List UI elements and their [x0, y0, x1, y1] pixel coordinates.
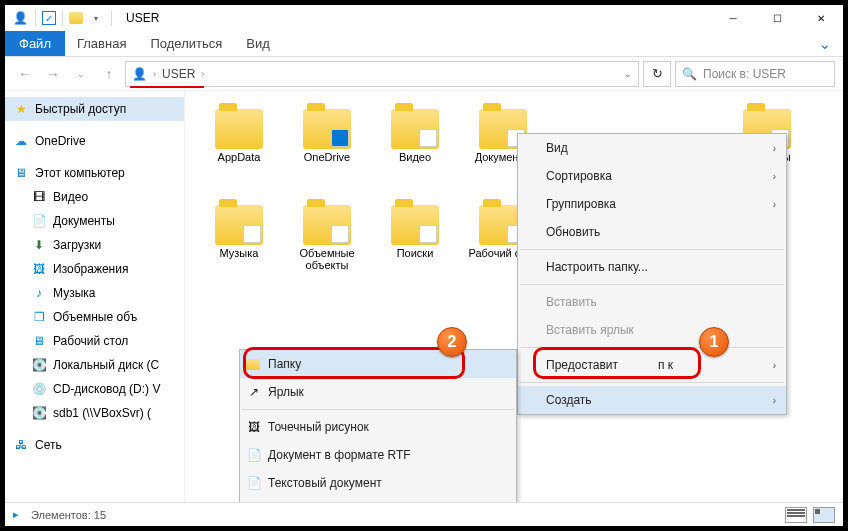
menu-sort[interactable]: Сортировка› [518, 162, 786, 190]
sidebar-item[interactable]: 📄Документы [5, 209, 184, 233]
user-icon: 👤 [132, 67, 147, 81]
sidebar-item[interactable]: ❒Объемные объ [5, 305, 184, 329]
search-placeholder: Поиск в: USER [703, 67, 786, 81]
checkbox-icon[interactable]: ✓ [42, 11, 56, 25]
annotation-highlight-1 [533, 347, 701, 379]
menu-new-txt[interactable]: 📄Текстовый документ [240, 469, 516, 497]
back-button[interactable]: ← [13, 62, 37, 86]
monitor-icon: 🖥 [13, 165, 29, 181]
folder-item[interactable]: Музыка [195, 201, 283, 297]
shortcut-icon: ↗ [246, 384, 262, 400]
dropdown-icon[interactable]: ⌄ [624, 69, 632, 79]
home-tab[interactable]: Главная [65, 31, 138, 56]
drive-icon: 💽 [31, 357, 47, 373]
menu-new-bitmap[interactable]: 🖼Точечный рисунок [240, 413, 516, 441]
onedrive-item[interactable]: ☁OneDrive [5, 129, 184, 153]
sidebar-item[interactable]: 🎞Видео [5, 185, 184, 209]
sidebar-item[interactable]: ⬇Загрузки [5, 233, 184, 257]
view-tab[interactable]: Вид [234, 31, 282, 56]
maximize-button[interactable]: ☐ [755, 5, 799, 31]
menu-group[interactable]: Группировка› [518, 190, 786, 218]
menu-new-rtf[interactable]: 📄Документ в формате RTF [240, 441, 516, 469]
music-overlay-icon [243, 225, 261, 243]
cube-icon: ❒ [31, 309, 47, 325]
menu-new-shortcut[interactable]: ↗Ярлык [240, 378, 516, 406]
icons-view-button[interactable] [813, 507, 835, 523]
window-title: USER [120, 11, 159, 25]
document-icon: 📄 [31, 213, 47, 229]
folder-icon [303, 109, 351, 149]
qat-more-icon[interactable]: ▾ [87, 9, 105, 27]
forward-button[interactable]: → [41, 62, 65, 86]
file-tab[interactable]: Файл [5, 31, 65, 56]
chevron-right-icon: › [773, 143, 776, 154]
folder-item[interactable]: Объемные объекты [283, 201, 371, 297]
search-icon: 🔍 [682, 67, 697, 81]
network-icon: 🖧 [13, 437, 29, 453]
cd-icon: 💿 [31, 381, 47, 397]
rtf-icon: 📄 [246, 447, 262, 463]
navigation-pane: ★Быстрый доступ ☁OneDrive 🖥Этот компьюте… [5, 91, 185, 502]
folder-item[interactable]: OneDrive [283, 105, 371, 201]
folder-icon [391, 109, 439, 149]
menu-refresh[interactable]: Обновить [518, 218, 786, 246]
video-overlay-icon [419, 129, 437, 147]
breadcrumb[interactable]: USER [162, 67, 195, 81]
desktop-icon: 🖥 [31, 333, 47, 349]
close-button[interactable]: ✕ [799, 5, 843, 31]
menu-paste-shortcut: Вставить ярлык [518, 316, 786, 344]
share-tab[interactable]: Поделиться [138, 31, 234, 56]
refresh-button[interactable]: ↻ [643, 61, 671, 87]
user-icon: 👤 [11, 9, 29, 27]
chevron-right-icon: › [153, 69, 156, 79]
sidebar-item[interactable]: 🖥Рабочий стол [5, 329, 184, 353]
quick-access[interactable]: ★Быстрый доступ [5, 97, 184, 121]
recent-button[interactable]: ⌄ [69, 62, 93, 86]
separator [520, 284, 784, 285]
separator [520, 249, 784, 250]
details-view-button[interactable] [785, 507, 807, 523]
star-icon: ★ [13, 101, 29, 117]
annotation-highlight-2 [243, 347, 465, 379]
chevron-right-icon: › [773, 171, 776, 182]
search-input[interactable]: 🔍 Поиск в: USER [675, 61, 835, 87]
menu-create[interactable]: Создать› [518, 386, 786, 414]
folder-icon [303, 205, 351, 245]
menu-view[interactable]: Вид› [518, 134, 786, 162]
folder-item[interactable]: Видео [371, 105, 459, 201]
folder-item[interactable]: Поиски [371, 201, 459, 297]
folder-icon [215, 205, 263, 245]
sidebar-item[interactable]: 💿CD-дисковод (D:) V [5, 377, 184, 401]
chevron-right-icon: › [773, 199, 776, 210]
menu-customize[interactable]: Настроить папку... [518, 253, 786, 281]
this-pc-item[interactable]: 🖥Этот компьютер [5, 161, 184, 185]
separator [242, 409, 514, 410]
up-button[interactable]: ↑ [97, 62, 121, 86]
address-bar-row: ← → ⌄ ↑ 👤 › USER › ⌄ ↻ 🔍 Поиск в: USER [5, 57, 843, 91]
folder-item[interactable]: AppData [195, 105, 283, 201]
minimize-button[interactable]: ─ [711, 5, 755, 31]
expand-ribbon-icon[interactable]: ⌄ [807, 31, 843, 56]
status-bar: ▸ Элементов: 15 [5, 502, 843, 526]
video-icon: 🎞 [31, 189, 47, 205]
sidebar-item[interactable]: 💽sdb1 (\\VBoxSvr) ( [5, 401, 184, 425]
network-item[interactable]: 🖧Сеть [5, 433, 184, 457]
search-overlay-icon [419, 225, 437, 243]
folder-icon [391, 205, 439, 245]
status-elements: Элементов: 15 [31, 509, 106, 521]
sidebar-item[interactable]: 🖼Изображения [5, 257, 184, 281]
chevron-right-icon: › [773, 360, 776, 371]
annotation-badge-2: 2 [437, 327, 467, 357]
cube-overlay-icon [331, 225, 349, 243]
ribbon-tabs: Файл Главная Поделиться Вид ⌄ [5, 31, 843, 57]
title-bar: 👤 ✓ ▾ USER ─ ☐ ✕ [5, 5, 843, 31]
folder-icon [215, 109, 263, 149]
expand-tree-icon[interactable]: ▸ [13, 508, 19, 521]
download-icon: ⬇ [31, 237, 47, 253]
annotation-underline [130, 86, 204, 88]
sidebar-item[interactable]: 💽Локальный диск (С [5, 353, 184, 377]
address-bar[interactable]: 👤 › USER › ⌄ [125, 61, 639, 87]
cloud-icon: ☁ [13, 133, 29, 149]
annotation-badge-1: 1 [699, 327, 729, 357]
sidebar-item[interactable]: ♪Музыка [5, 281, 184, 305]
